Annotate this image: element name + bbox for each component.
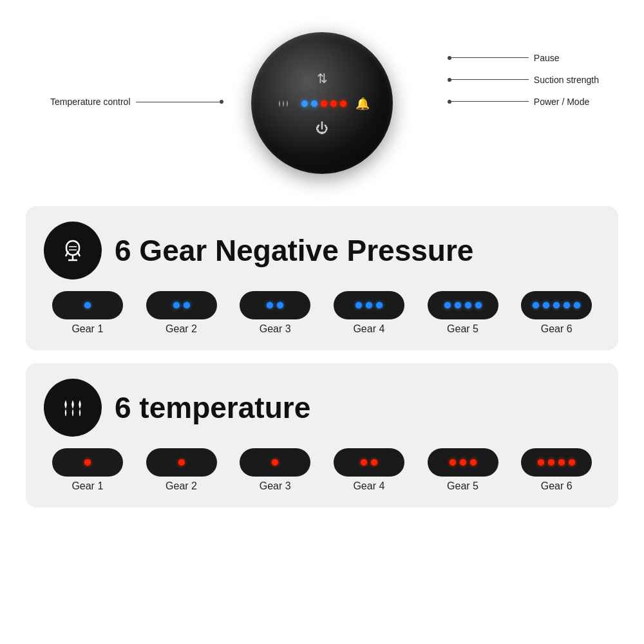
gear-np-6: Gear 6 bbox=[513, 291, 600, 335]
dot-temp-6-4 bbox=[569, 459, 575, 466]
dot-np-5-4 bbox=[475, 302, 482, 308]
led-blue-1 bbox=[301, 100, 308, 107]
pause-button-icon: ⇅ bbox=[317, 71, 328, 86]
gear-np-pill-2 bbox=[146, 291, 217, 319]
gear-temp-1: Gear 1 bbox=[44, 448, 131, 492]
dot-np-6-3 bbox=[553, 302, 560, 308]
annotation-power-text: Power / Mode bbox=[534, 97, 589, 107]
negative-pressure-section: 6 Gear Negative Pressure Gear 1 Gear 2 bbox=[26, 206, 618, 350]
dot-temp-6-2 bbox=[548, 459, 554, 466]
temperature-title: 6 temperature bbox=[115, 392, 310, 424]
dot-np-5-3 bbox=[465, 302, 471, 308]
gear-np-label-1: Gear 1 bbox=[71, 323, 103, 335]
bell-icon: 🔔 bbox=[355, 97, 370, 111]
heat-waves-icon bbox=[57, 392, 89, 424]
gear-temp-5: Gear 5 bbox=[419, 448, 507, 492]
gear-np-label-4: Gear 4 bbox=[353, 323, 384, 335]
annotation-temperature-text: Temperature control bbox=[50, 97, 131, 107]
dot-np-3-2 bbox=[277, 302, 283, 308]
temperature-header: 6 temperature bbox=[44, 379, 600, 437]
control-panel: ⇅ bbox=[274, 71, 370, 136]
dot-np-4-2 bbox=[366, 302, 372, 308]
gear-np-label-3: Gear 3 bbox=[260, 323, 291, 335]
page-wrapper: Temperature control ⇅ bbox=[0, 0, 644, 644]
temperature-gears: Gear 1 Gear 2 Gear 3 bbox=[44, 448, 600, 492]
annotation-pause: Pause bbox=[448, 53, 599, 63]
dot-temp-2-1 bbox=[178, 459, 185, 466]
annotation-power: Power / Mode bbox=[448, 97, 599, 107]
gear-temp-2: Gear 2 bbox=[138, 448, 225, 492]
temperature-section: 6 temperature Gear 1 Gear 2 bbox=[26, 363, 618, 507]
dot-np-2-2 bbox=[184, 302, 190, 308]
dot-np-5-1 bbox=[444, 302, 451, 308]
gear-temp-label-6: Gear 6 bbox=[541, 480, 573, 492]
device-section: Temperature control ⇅ bbox=[26, 13, 618, 193]
led-group-blue bbox=[301, 100, 346, 107]
gear-temp-pill-1 bbox=[52, 448, 123, 477]
gear-np-2: Gear 2 bbox=[138, 291, 225, 335]
dot-np-5-2 bbox=[455, 302, 461, 308]
gear-np-pill-6 bbox=[521, 291, 592, 319]
dot-temp-6-3 bbox=[558, 459, 565, 466]
gear-temp-label-2: Gear 2 bbox=[166, 480, 197, 492]
temperature-icon-circle bbox=[44, 379, 102, 437]
dot-np-4-1 bbox=[355, 302, 362, 308]
annotation-suction: Suction strength bbox=[448, 75, 599, 85]
gear-temp-pill-4 bbox=[334, 448, 404, 477]
dot-np-6-1 bbox=[533, 302, 539, 308]
dot-np-6-2 bbox=[543, 302, 549, 308]
dot-temp-3-1 bbox=[272, 459, 278, 466]
power-button-icon: ⏻ bbox=[316, 121, 328, 136]
gear-np-pill-3 bbox=[240, 291, 310, 319]
gear-np-1: Gear 1 bbox=[44, 291, 131, 335]
annotation-temperature: Temperature control bbox=[45, 97, 223, 107]
heat-icon bbox=[274, 93, 292, 115]
gear-temp-6: Gear 6 bbox=[513, 448, 600, 492]
gear-np-pill-4 bbox=[334, 291, 404, 319]
dot-np-4-3 bbox=[376, 302, 383, 308]
led-blue-2 bbox=[311, 100, 317, 107]
dot-np-6-4 bbox=[564, 302, 570, 308]
gear-np-label-6: Gear 6 bbox=[541, 323, 573, 335]
dot-temp-4-1 bbox=[361, 459, 367, 466]
control-row: 🔔 bbox=[274, 93, 370, 115]
dot-temp-5-3 bbox=[470, 459, 477, 466]
gear-temp-label-3: Gear 3 bbox=[260, 480, 291, 492]
negative-pressure-title: 6 Gear Negative Pressure bbox=[115, 234, 473, 267]
gear-np-4: Gear 4 bbox=[325, 291, 413, 335]
gear-np-3: Gear 3 bbox=[231, 291, 319, 335]
led-red-1 bbox=[321, 100, 327, 107]
gear-temp-pill-6 bbox=[521, 448, 592, 477]
annotation-suction-text: Suction strength bbox=[534, 75, 599, 85]
gear-temp-pill-3 bbox=[240, 448, 310, 477]
dot-temp-5-1 bbox=[450, 459, 456, 466]
dot-np-6-5 bbox=[574, 302, 580, 308]
dot-np-2-1 bbox=[173, 302, 180, 308]
gear-np-pill-5 bbox=[428, 291, 498, 319]
led-red-3 bbox=[340, 100, 346, 107]
gear-temp-label-4: Gear 4 bbox=[353, 480, 384, 492]
dot-temp-5-2 bbox=[460, 459, 466, 466]
negative-pressure-header: 6 Gear Negative Pressure bbox=[44, 222, 600, 279]
dot-temp-1-1 bbox=[84, 459, 91, 466]
gear-temp-3: Gear 3 bbox=[231, 448, 319, 492]
right-annotations: Pause Suction strength Power / Mode bbox=[448, 53, 599, 107]
negative-pressure-gears: Gear 1 Gear 2 Gear 3 bbox=[44, 291, 600, 335]
dot-np-1-1 bbox=[84, 302, 91, 308]
suction-icon-circle bbox=[44, 222, 102, 279]
gear-temp-pill-5 bbox=[428, 448, 498, 477]
dot-temp-4-2 bbox=[371, 459, 377, 466]
suction-icon bbox=[57, 234, 89, 267]
dot-temp-6-1 bbox=[538, 459, 544, 466]
dot-np-3-1 bbox=[267, 302, 273, 308]
gear-temp-label-1: Gear 1 bbox=[71, 480, 103, 492]
annotation-pause-text: Pause bbox=[534, 53, 560, 63]
gear-np-pill-1 bbox=[52, 291, 123, 319]
gear-temp-pill-2 bbox=[146, 448, 217, 477]
gear-np-label-5: Gear 5 bbox=[447, 323, 478, 335]
gear-np-5: Gear 5 bbox=[419, 291, 507, 335]
gear-temp-4: Gear 4 bbox=[325, 448, 413, 492]
gear-np-label-2: Gear 2 bbox=[166, 323, 197, 335]
device-circle: ⇅ bbox=[251, 32, 393, 174]
led-red-2 bbox=[330, 100, 337, 107]
